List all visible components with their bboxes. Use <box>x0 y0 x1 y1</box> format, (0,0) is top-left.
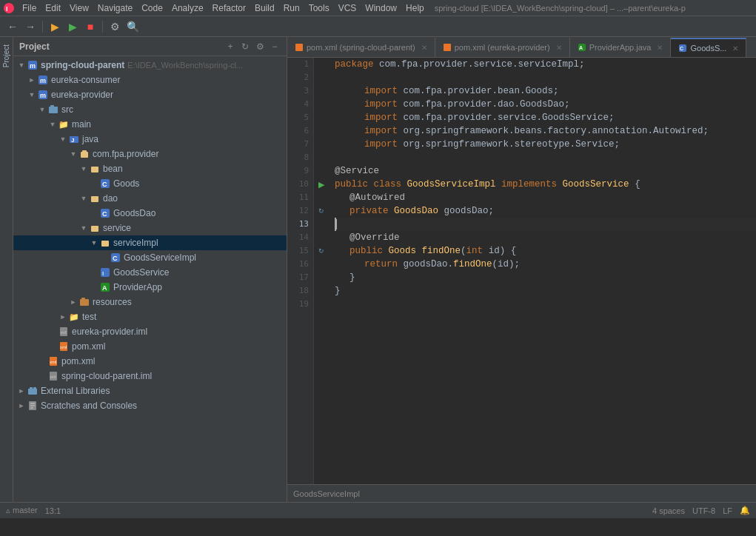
menu-edit[interactable]: Edit <box>41 1 65 15</box>
menu-file[interactable]: File <box>18 1 41 15</box>
editor-content[interactable]: 1 2 3 4 5 6 7 8 9 10 11 12 13 14 15 16 1… <box>287 58 756 484</box>
menu-help[interactable]: Help <box>401 1 429 15</box>
sidebar-btn-sync[interactable]: ↻ <box>239 41 251 53</box>
code-line-8 <box>335 151 756 164</box>
svg-rect-20 <box>91 226 98 232</box>
menu-vcs[interactable]: VCS <box>334 1 361 15</box>
status-bar: ▵ master 13:1 4 spaces UTF-8 LF 🔔 <box>0 502 756 518</box>
code-line-9: @Service <box>335 164 756 178</box>
tree-item-GoodsDao[interactable]: ► C GoodsDao <box>13 206 287 221</box>
toolbar-run[interactable]: ▶ <box>64 19 81 35</box>
toolbar-build[interactable]: ▶ <box>47 19 63 35</box>
label-pom-xml-sp: pom.xml <box>61 356 95 366</box>
status-line-sep[interactable]: LF <box>723 506 732 515</box>
tab-GoodsService-close[interactable]: ✕ <box>732 44 738 53</box>
tab-pom-eureka-close[interactable]: ✕ <box>556 44 562 52</box>
tree-item-Goods[interactable]: ► C Goods <box>13 176 287 191</box>
label-java: java <box>82 134 98 144</box>
tree-item-dao[interactable]: ▼ dao <box>13 191 287 206</box>
tab-pom-parent-close[interactable]: ✕ <box>421 44 427 52</box>
sidebar-btn-settings[interactable]: ⚙ <box>254 41 266 53</box>
tab-pom-parent[interactable]: pom.xml (spring-cloud-parent) ✕ <box>287 38 435 57</box>
svg-rect-40 <box>33 387 36 389</box>
code-line-16: return goodsDao.findOne(id); <box>335 258 756 271</box>
menubar: I File Edit View Navigate Code Analyze R… <box>0 0 756 16</box>
tree-item-eureka-provider-iml[interactable]: ► iml eureka-provider.iml <box>13 324 287 339</box>
svg-rect-28 <box>80 299 89 306</box>
tree-item-pom-xml-sp[interactable]: ► xml pom.xml <box>13 354 287 369</box>
sidebar-header: Project + ↻ ⚙ − <box>13 37 287 56</box>
menu-window[interactable]: Window <box>361 1 401 15</box>
sidebar-btn-minimize[interactable]: − <box>269 41 281 53</box>
left-tab-project[interactable]: Project <box>1 40 12 72</box>
code-lines[interactable]: package com.fpa.provider.service.service… <box>329 58 756 484</box>
label-bean: bean <box>103 164 123 174</box>
tab-GoodsService[interactable]: C GoodsS... ✕ <box>671 38 746 57</box>
label-src: src <box>61 104 73 115</box>
toolbar-search[interactable]: 🔍 <box>124 19 141 35</box>
menu-run[interactable]: Run <box>279 1 304 15</box>
arrow-src: ▼ <box>37 104 47 115</box>
sidebar-btn-plus[interactable]: + <box>224 41 236 53</box>
status-vcs[interactable]: ▵ master <box>6 506 38 515</box>
tab-ProviderApp[interactable]: A ProviderApp.java ✕ <box>570 38 672 57</box>
line-num-1: 1 <box>287 58 309 71</box>
gutter-1 <box>315 58 328 71</box>
status-encoding[interactable]: UTF-8 <box>692 506 715 515</box>
tree-item-spring-cloud-parent-iml[interactable]: ► iml spring-cloud-parent.iml <box>13 369 287 383</box>
toolbar-debug[interactable]: ■ <box>82 19 98 35</box>
label-serviceImpl: serviceImpl <box>113 238 158 248</box>
menu-view[interactable]: View <box>65 1 93 15</box>
tree-item-ProviderApp[interactable]: ► A ProviderApp <box>13 280 287 295</box>
gutter-5 <box>315 111 328 124</box>
gutter-19 <box>315 298 328 311</box>
tree-item-eureka-consumer[interactable]: ► m eureka-consumer <box>13 73 287 87</box>
line-num-14: 14 <box>287 231 309 244</box>
tree-item-spring-cloud-parent[interactable]: ▼ m spring-cloud-parent E:\IDEA_WorkBenc… <box>13 58 287 73</box>
svg-rect-38 <box>28 389 37 395</box>
arrow-main: ▼ <box>47 119 58 130</box>
tree-item-service[interactable]: ▼ service <box>13 221 287 235</box>
arrow-test: ► <box>58 312 68 322</box>
tab-pom-eureka-label: pom.xml (eureka-provider) <box>455 43 550 52</box>
tree-item-scratches[interactable]: ► Scratches and Consoles <box>13 398 287 413</box>
menu-refactor[interactable]: Refactor <box>208 1 250 15</box>
tree-item-eureka-provider[interactable]: ▼ m eureka-provider <box>13 87 287 102</box>
status-indent[interactable]: 4 spaces <box>652 506 685 515</box>
toolbar-forward[interactable]: → <box>22 19 39 35</box>
icon-service <box>89 222 101 234</box>
code-line-1: package com.fpa.provider.service.service… <box>335 58 756 71</box>
menu-analyze[interactable]: Analyze <box>167 1 208 15</box>
line-num-6: 6 <box>287 124 309 138</box>
arrow-spring-cloud-parent: ▼ <box>16 60 27 70</box>
label-spring-cloud-parent-path: E:\IDEA_WorkBench\spring-cl... <box>127 61 243 70</box>
line-numbers: 1 2 3 4 5 6 7 8 9 10 11 12 13 14 15 16 1… <box>287 58 314 484</box>
tree-item-package[interactable]: ▼ com.fpa.provider <box>13 147 287 161</box>
menu-code[interactable]: Code <box>137 1 167 15</box>
menu-navigate[interactable]: Navigate <box>93 1 137 15</box>
status-notifications[interactable]: 🔔 <box>740 506 750 515</box>
tree-item-serviceImpl[interactable]: ▼ serviceImpl <box>13 235 287 250</box>
tree-item-test[interactable]: ► 📁 test <box>13 309 287 324</box>
toolbar-settings[interactable]: ⚙ <box>107 19 123 35</box>
tree-item-GoodsService[interactable]: ► I GoodsService <box>13 265 287 280</box>
tree-item-java[interactable]: ▼ J java <box>13 132 287 147</box>
menu-tools[interactable]: Tools <box>304 1 334 15</box>
tree-item-GoodsServiceImpl[interactable]: ► C GoodsServiceImpl <box>13 250 287 265</box>
line-num-7: 7 <box>287 138 309 151</box>
tree-item-ext-libs[interactable]: ► External Libraries <box>13 383 287 398</box>
tree-item-main[interactable]: ▼ 📁 main <box>13 117 287 132</box>
gutter-15: ↻ <box>315 244 328 258</box>
tree-item-pom-xml-ep[interactable]: ► xml pom.xml <box>13 339 287 354</box>
icon-eureka-provider-iml: iml <box>58 326 70 338</box>
tab-ProviderApp-close[interactable]: ✕ <box>657 44 663 52</box>
tree-item-bean[interactable]: ▼ bean <box>13 161 287 176</box>
toolbar-back[interactable]: ← <box>4 19 21 35</box>
code-line-10: public class GoodsServiceImpl implements… <box>335 178 756 191</box>
tree-item-src[interactable]: ▼ src <box>13 102 287 117</box>
menu-build[interactable]: Build <box>250 1 279 15</box>
tab-pom-eureka[interactable]: pom.xml (eureka-provider) ✕ <box>435 38 570 57</box>
svg-text:iml: iml <box>61 330 67 335</box>
tree-item-resources[interactable]: ► resources <box>13 295 287 309</box>
line-num-9: 9 <box>287 164 309 178</box>
